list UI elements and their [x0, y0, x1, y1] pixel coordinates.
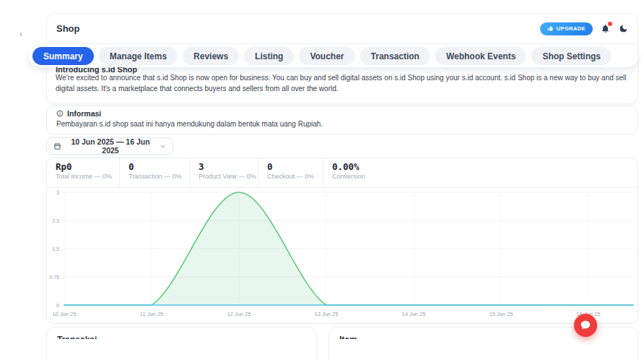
bottom-right-title: Item [339, 335, 357, 339]
bottom-left-card: Transaksi [46, 327, 317, 360]
dark-mode-toggle[interactable] [618, 23, 629, 34]
x-tick-label: 10 Jun 25 [53, 311, 77, 317]
header-actions: UPGRADE [540, 22, 629, 35]
stat-card-product-view: 3Product View — 0% [190, 158, 258, 187]
x-tick-label: 14 Jun 25 [402, 311, 426, 317]
tab-listing[interactable]: Listing [244, 47, 294, 65]
stat-label: Total Income — 0% [56, 173, 119, 180]
thumbs-up-icon [547, 25, 554, 32]
chart-svg: 32.31.50.75010 Jun 2511 Jun 2512 Jun 251… [47, 187, 638, 323]
x-tick-label: 12 Jun 25 [227, 311, 251, 317]
stat-label: Checkout — 0% [267, 173, 323, 180]
chevron-down-icon [160, 143, 166, 150]
date-range-value: 10 Jun 2025 — 16 Jun 2025 [66, 137, 155, 155]
stats-row: Rp0Total Income — 0%0Transaction — 0%3Pr… [47, 158, 638, 188]
stat-value: 0 [267, 162, 323, 172]
upgrade-button[interactable]: UPGRADE [540, 22, 593, 35]
stat-value: 0.00% [332, 162, 391, 172]
stat-value: 3 [199, 162, 258, 172]
calendar-icon [53, 142, 61, 150]
tab-transaction[interactable]: Transaction [360, 47, 430, 65]
sidebar-collapse-handle[interactable]: ‹ [19, 29, 22, 39]
tab-manage-items[interactable]: Manage Items [99, 47, 178, 65]
chat-support-button[interactable] [574, 314, 597, 337]
stat-label: Transaction — 0% [129, 173, 189, 180]
notifications-button[interactable] [600, 23, 611, 34]
tab-bar: SummaryManage ItemsReviewsListingVoucher… [29, 45, 638, 67]
tab-reviews[interactable]: Reviews [183, 47, 239, 65]
upgrade-label: UPGRADE [557, 25, 586, 32]
stat-value: 0 [129, 162, 189, 172]
stat-card-total-income: Rp0Total Income — 0% [47, 158, 120, 187]
date-range-picker[interactable]: 10 Jun 2025 — 16 Jun 2025 [46, 137, 173, 155]
x-tick-label: 15 Jun 25 [489, 311, 513, 317]
info-body: Pembayaran s.id shop saat ini hanya mend… [56, 120, 323, 128]
tab-shop-settings[interactable]: Shop Settings [531, 47, 612, 65]
bottom-left-title-clip: Transaksi [57, 333, 316, 339]
info-box-title-row: Informasi [56, 109, 101, 118]
x-tick-label: 11 Jun 25 [140, 311, 163, 317]
y-tick-label: 0 [56, 303, 59, 308]
tab-webhook-events[interactable]: Webhook Events [435, 47, 526, 65]
stat-card-conversion: 0.00%Conversion [323, 158, 391, 187]
bottom-left-title: Transaksi [57, 335, 97, 339]
y-tick-label: 2.3 [52, 218, 59, 223]
info-title: Informasi [67, 109, 101, 118]
chat-bubble-icon [580, 320, 591, 331]
tab-summary[interactable]: Summary [32, 47, 94, 65]
notification-dot [608, 22, 612, 26]
stat-value: Rp0 [56, 162, 119, 172]
y-tick-label: 0.75 [49, 275, 59, 280]
stat-label: Conversion [332, 173, 391, 180]
header-bar: Shop UPGRADE [47, 14, 636, 44]
y-tick-label: 3 [56, 190, 59, 195]
stat-label: Product View — 0% [199, 173, 258, 180]
shop-dashboard: ‹ Shop UPGRADE Introduc [0, 0, 644, 360]
page-title: Shop [56, 23, 80, 34]
stat-card-checkout: 0Checkout — 0% [258, 158, 323, 187]
announcement-body: We're excited to announce that s.id Shop… [56, 72, 627, 94]
tab-voucher[interactable]: Voucher [299, 47, 354, 65]
moon-icon [619, 24, 628, 33]
stat-card-transaction: 0Transaction — 0% [120, 158, 190, 187]
info-icon [56, 110, 64, 117]
analytics-card: Rp0Total Income — 0%0Transaction — 0%3Pr… [46, 158, 638, 324]
y-tick-label: 1.5 [52, 247, 59, 252]
x-tick-label: 13 Jun 25 [315, 311, 339, 317]
traffic-chart[interactable]: 32.31.50.75010 Jun 2511 Jun 2512 Jun 251… [47, 187, 638, 323]
